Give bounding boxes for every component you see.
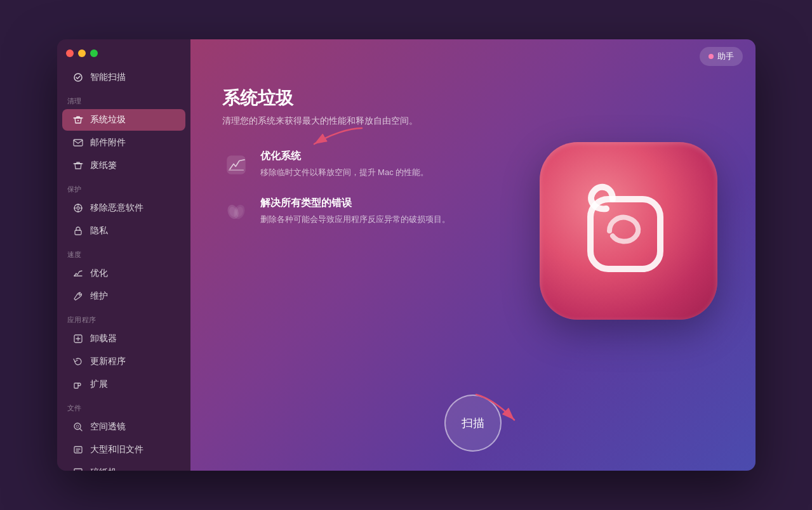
malware-icon: [72, 202, 84, 214]
sidebar-item-label: 废纸篓: [90, 160, 117, 171]
main-content: 助手 系统垃圾 清理您的系统来获得最大的性能和释放自由空间。: [190, 39, 755, 471]
sidebar-item-label: 优化: [90, 268, 108, 279]
privacy-icon: [72, 225, 84, 237]
svg-rect-5: [75, 230, 81, 235]
sidebar-item-label: 邮件附件: [90, 137, 126, 148]
scan-button-label: 扫描: [462, 415, 484, 431]
svg-point-9: [76, 425, 79, 428]
feature-fix-errors-title: 解决所有类型的错误: [260, 197, 450, 210]
top-bar: 助手: [190, 39, 755, 74]
sidebar-item-malware[interactable]: 移除恶意软件: [62, 197, 185, 219]
sidebar-item-extensions[interactable]: 扩展: [62, 374, 185, 395]
page-subtitle: 清理您的系统来获得最大的性能和释放自由空间。: [222, 115, 508, 127]
section-label-files: 文件: [57, 396, 190, 415]
sidebar-item-mail-attachments[interactable]: 邮件附件: [62, 132, 185, 154]
sidebar-item-label: 空间透镜: [90, 421, 126, 433]
app-logo: [540, 142, 717, 320]
sidebar-item-updater[interactable]: 更新程序: [62, 351, 185, 372]
assistant-dot: [709, 54, 714, 59]
svg-rect-10: [74, 447, 82, 453]
section-label-speed: 速度: [57, 242, 190, 262]
system-junk-icon: [72, 114, 84, 126]
mail-icon: [72, 137, 84, 148]
scan-area: 扫描: [190, 395, 755, 471]
sidebar-item-privacy[interactable]: 隐私: [62, 220, 185, 242]
sidebar-item-label: 卸载器: [90, 333, 117, 344]
maintenance-icon: [72, 291, 84, 302]
sidebar-item-label: 扩展: [90, 379, 108, 390]
content-left: 系统垃圾 清理您的系统来获得最大的性能和释放自由空间。 优化系统 移除临时文件以…: [222, 86, 508, 376]
large-files-icon: [72, 444, 84, 455]
smart-scan-icon: [72, 72, 84, 83]
sidebar-item-label: 移除恶意软件: [90, 202, 143, 214]
maximize-button[interactable]: [90, 49, 98, 57]
scan-button[interactable]: 扫描: [444, 395, 502, 452]
svg-point-4: [77, 207, 79, 209]
traffic-lights: [57, 49, 190, 66]
sidebar-item-space-lens[interactable]: 空间透镜: [62, 416, 185, 438]
feature-fix-errors: 解决所有类型的错误 删除各种可能会导致应用程序反应异常的破损项目。: [222, 197, 508, 226]
sidebar-item-label: 碎纸机: [90, 467, 117, 471]
sidebar-item-optimize[interactable]: 优化: [62, 263, 185, 284]
svg-rect-11: [74, 469, 82, 471]
assistant-button[interactable]: 助手: [700, 47, 743, 66]
feature-optimize-title: 优化系统: [260, 150, 429, 163]
sidebar-item-label: 系统垃圾: [90, 114, 126, 126]
sidebar-item-maintenance[interactable]: 维护: [62, 285, 185, 307]
optimize-icon: [72, 268, 84, 279]
sidebar-item-large-files[interactable]: 大型和旧文件: [62, 439, 185, 461]
sidebar-item-label: 更新程序: [90, 356, 126, 367]
minimize-button[interactable]: [78, 49, 86, 57]
section-label-apps: 应用程序: [57, 308, 190, 327]
updater-icon: [72, 356, 84, 367]
sidebar-item-smart-scan[interactable]: 智能扫描: [62, 67, 185, 88]
feature-optimize: 优化系统 移除临时文件以释放空间，提升 Mac 的性能。: [222, 150, 508, 179]
app-logo-area: [527, 86, 730, 376]
section-label-clean: 清理: [57, 89, 190, 108]
svg-point-1: [77, 120, 79, 121]
trash-icon: [72, 160, 84, 171]
sidebar-item-system-junk[interactable]: 系统垃圾: [62, 109, 185, 131]
sidebar: 智能扫描 清理 系统垃圾 邮件附件: [57, 39, 190, 471]
sidebar-item-label: 隐私: [90, 225, 108, 237]
svg-rect-7: [74, 383, 78, 388]
svg-point-8: [74, 423, 81, 429]
sidebar-item-label: 维护: [90, 291, 108, 302]
space-lens-icon: [72, 421, 84, 433]
uninstaller-icon: [72, 333, 84, 344]
assistant-label: 助手: [717, 51, 734, 62]
close-button[interactable]: [66, 49, 74, 57]
feature-optimize-desc: 移除临时文件以释放空间，提升 Mac 的性能。: [260, 166, 429, 179]
sidebar-item-label: 智能扫描: [90, 72, 126, 83]
sidebar-item-trash[interactable]: 废纸篓: [62, 155, 185, 176]
feature-optimize-icon: [222, 151, 250, 179]
sidebar-item-shredder[interactable]: 碎纸机: [62, 462, 185, 471]
app-window: 智能扫描 清理 系统垃圾 邮件附件: [57, 39, 755, 471]
sidebar-item-uninstaller[interactable]: 卸载器: [62, 328, 185, 350]
feature-fix-errors-desc: 删除各种可能会导致应用程序反应异常的破损项目。: [260, 213, 450, 226]
sidebar-item-label: 大型和旧文件: [90, 444, 143, 455]
content-area: 系统垃圾 清理您的系统来获得最大的性能和释放自由空间。 优化系统 移除临时文件以…: [190, 74, 755, 395]
feature-fix-errors-icon: [222, 198, 250, 226]
svg-rect-2: [74, 140, 83, 146]
shredder-icon: [72, 467, 84, 471]
page-title: 系统垃圾: [222, 86, 508, 110]
section-label-protect: 保护: [57, 177, 190, 197]
extensions-icon: [72, 379, 84, 390]
